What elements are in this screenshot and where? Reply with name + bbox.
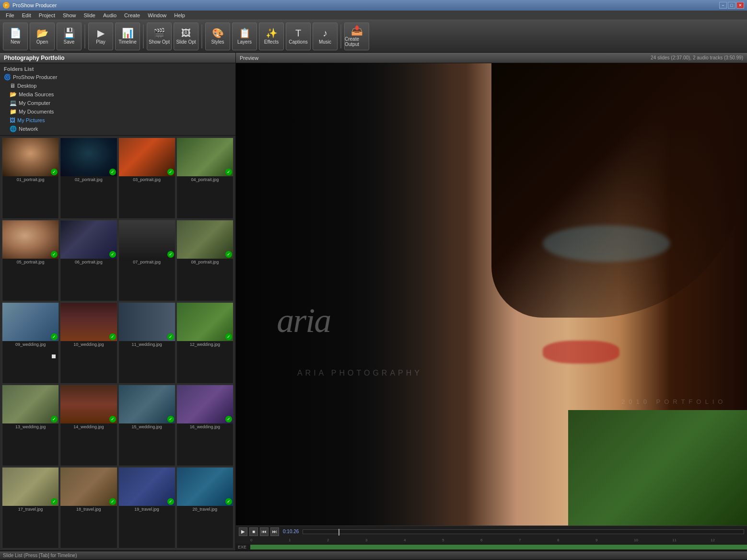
thumbnail-01-check: ✓ bbox=[51, 169, 58, 175]
next-frame-button[interactable]: ⏭ bbox=[270, 527, 279, 536]
menu-create[interactable]: Create bbox=[120, 11, 144, 19]
thumbnail-11[interactable]: ✓ 11_wedding.jpg bbox=[118, 302, 175, 384]
show-opt-label: Show Opt bbox=[149, 39, 170, 45]
slide-opt-button[interactable]: 🖼 Slide Opt bbox=[174, 23, 198, 50]
tn-6: 6 bbox=[480, 538, 482, 542]
folder-documents-label: My Documents bbox=[19, 109, 54, 114]
thumbnail-20[interactable]: ✓ 20_travel.jpg bbox=[176, 467, 233, 549]
folder-desktop[interactable]: 🖥 Desktop bbox=[6, 81, 235, 90]
thumbnail-18[interactable]: ✓ 18_travel.jpg bbox=[60, 467, 117, 549]
folder-computer[interactable]: 💻 My Computer bbox=[6, 99, 235, 107]
menu-help[interactable]: Help bbox=[170, 11, 189, 19]
preview-area[interactable]: aria ARIA PHOTOGRAPHY 2010 PORTFOLIO bbox=[236, 63, 747, 526]
thumbnail-01[interactable]: ✓ 01_portrait.jpg bbox=[2, 137, 59, 219]
thumbnail-03-image: ✓ bbox=[119, 138, 175, 176]
thumbnail-08[interactable]: ✓ 08_portrait.jpg bbox=[176, 220, 233, 301]
folders-label: Folders List bbox=[0, 65, 235, 73]
thumbnail-13-label: 13_wedding.jpg bbox=[2, 423, 58, 430]
folder-desktop-icon: 🖥 bbox=[10, 82, 15, 89]
toolbar-separator-3 bbox=[201, 24, 202, 48]
menu-audio[interactable]: Audio bbox=[99, 11, 120, 19]
thumbnail-01-image: ✓ bbox=[2, 138, 58, 176]
thumbnail-05-image: ✓ bbox=[2, 220, 58, 259]
folder-computer-label: My Computer bbox=[19, 100, 50, 106]
menu-file[interactable]: File bbox=[2, 11, 18, 19]
thumbnail-10[interactable]: ✓ 10_wedding.jpg bbox=[60, 302, 117, 384]
thumbnail-14[interactable]: ✓ 14_wedding.jpg bbox=[60, 385, 117, 466]
thumbnail-09[interactable]: ✓ 09_wedding.jpg bbox=[2, 302, 59, 384]
show-opt-button[interactable]: 🎬 Show Opt bbox=[147, 23, 172, 50]
menu-project[interactable]: Project bbox=[35, 11, 59, 19]
thumbnail-15-label: 15_wedding.jpg bbox=[119, 423, 175, 430]
layers-button[interactable]: 📋 Layers bbox=[232, 23, 257, 50]
thumbnail-07[interactable]: ✓ 07_portrait.jpg bbox=[118, 220, 175, 301]
save-button[interactable]: 💾 Save bbox=[57, 23, 82, 50]
slides-info: 24 slides (2:37.00), 2 audio tracks (3:5… bbox=[651, 55, 743, 60]
folder-documents-icon: 📁 bbox=[10, 108, 17, 115]
folder-proshow-icon: 🌀 bbox=[4, 74, 11, 80]
thumbnail-11-label: 11_wedding.jpg bbox=[119, 341, 175, 348]
thumbnail-03[interactable]: ✓ 03_portrait.jpg bbox=[118, 137, 175, 219]
create-output-button[interactable]: 📤 Create Output bbox=[344, 23, 369, 50]
stop-button[interactable]: ■ bbox=[249, 527, 258, 536]
tn-10: 10 bbox=[634, 538, 638, 542]
restore-button[interactable]: □ bbox=[728, 2, 735, 9]
music-button[interactable]: ♪ Music bbox=[313, 23, 338, 50]
folder-media[interactable]: 📂 Media Sources bbox=[6, 90, 235, 99]
prev-frame-button[interactable]: ⏮ bbox=[260, 527, 268, 536]
minimize-button[interactable]: − bbox=[719, 2, 727, 9]
folder-pictures[interactable]: 🖼 My Pictures bbox=[6, 116, 235, 125]
thumbnail-04[interactable]: ✓ 04_portrait.jpg bbox=[176, 137, 233, 219]
timeline-scrubber[interactable] bbox=[303, 529, 744, 534]
thumbnail-16-check: ✓ bbox=[225, 416, 232, 423]
folder-network[interactable]: 🌐 Network bbox=[6, 125, 235, 133]
close-button[interactable]: ✕ bbox=[736, 2, 744, 9]
create-output-label: Create Output bbox=[345, 36, 369, 47]
thumbnail-03-label: 03_portrait.jpg bbox=[119, 176, 175, 183]
thumbnail-17[interactable]: ✓ 17_travel.jpg bbox=[2, 467, 59, 549]
thumbnail-19[interactable]: ✓ 19_travel.jpg bbox=[118, 467, 175, 549]
effects-button[interactable]: ✨ Effects bbox=[259, 23, 284, 50]
thumbnail-19-check: ✓ bbox=[167, 498, 174, 505]
thumbnail-16[interactable]: ✓ 16_wedding.jpg bbox=[176, 385, 233, 466]
menu-show[interactable]: Show bbox=[59, 11, 80, 19]
thumbnail-20-check: ✓ bbox=[225, 498, 232, 505]
captions-button[interactable]: T Captions bbox=[286, 23, 311, 50]
panel-title: Photography Portfolio bbox=[4, 55, 65, 61]
menu-window[interactable]: Window bbox=[144, 11, 170, 19]
thumbnail-02[interactable]: ✓ 02_portrait.jpg bbox=[60, 137, 117, 219]
thumbnail-08-image: ✓ bbox=[177, 220, 233, 259]
thumbnail-15[interactable]: ✓ 15_wedding.jpg bbox=[118, 385, 175, 466]
slide-list-title: Slide List (Press [Tab] for Timeline) bbox=[3, 553, 77, 558]
thumbnail-13[interactable]: ✓ 13_wedding.jpg bbox=[2, 385, 59, 466]
thumbnail-14-image: ✓ bbox=[60, 385, 117, 423]
new-button[interactable]: 📄 New bbox=[3, 23, 28, 50]
thumbnail-06[interactable]: ✓ 06_portrait.jpg bbox=[60, 220, 117, 301]
menu-edit[interactable]: Edit bbox=[18, 11, 35, 19]
menubar: File Edit Project Show Slide Audio Creat… bbox=[0, 11, 747, 20]
save-label: Save bbox=[64, 39, 75, 45]
thumbnails-grid: ✓ 01_portrait.jpg ✓ 02_portrait.jpg ✓ 03… bbox=[0, 136, 235, 550]
thumbnail-12[interactable]: ✓ 12_wedding.jpg bbox=[176, 302, 233, 384]
folder-documents[interactable]: 📁 My Documents bbox=[6, 107, 235, 116]
open-button[interactable]: 📂 Open bbox=[30, 23, 55, 50]
timeline-button[interactable]: 📊 Timeline bbox=[115, 23, 140, 50]
slide-list-header: Slide List (Press [Tab] for Timeline) bbox=[0, 551, 747, 560]
thumbnail-05[interactable]: ✓ 05_portrait.jpg bbox=[2, 220, 59, 301]
menu-slide[interactable]: Slide bbox=[80, 11, 99, 19]
preview-text-aria: aria bbox=[277, 301, 330, 341]
create-output-icon: 📤 bbox=[351, 25, 363, 35]
folder-proshow[interactable]: 🌀 ProShow Producer bbox=[0, 73, 235, 81]
toolbar-separator-2 bbox=[143, 24, 144, 48]
thumbnail-14-check: ✓ bbox=[109, 416, 116, 423]
play-button[interactable]: ▶ Play bbox=[88, 23, 113, 50]
styles-button[interactable]: 🎨 Styles bbox=[205, 23, 230, 50]
timeline-numbers: 0 1 2 3 4 5 6 7 8 9 10 11 12 bbox=[236, 537, 747, 544]
effects-icon: ✨ bbox=[266, 28, 278, 38]
folders-section: Folders List 🌀 ProShow Producer 🖥 Deskto… bbox=[0, 63, 235, 136]
folder-network-label: Network bbox=[19, 126, 38, 132]
thumbnail-13-image: ✓ bbox=[2, 385, 58, 423]
play-pause-button[interactable]: ▶ bbox=[239, 527, 247, 536]
thumbnail-18-label: 18_travel.jpg bbox=[60, 506, 117, 513]
tn-8: 8 bbox=[557, 538, 559, 542]
